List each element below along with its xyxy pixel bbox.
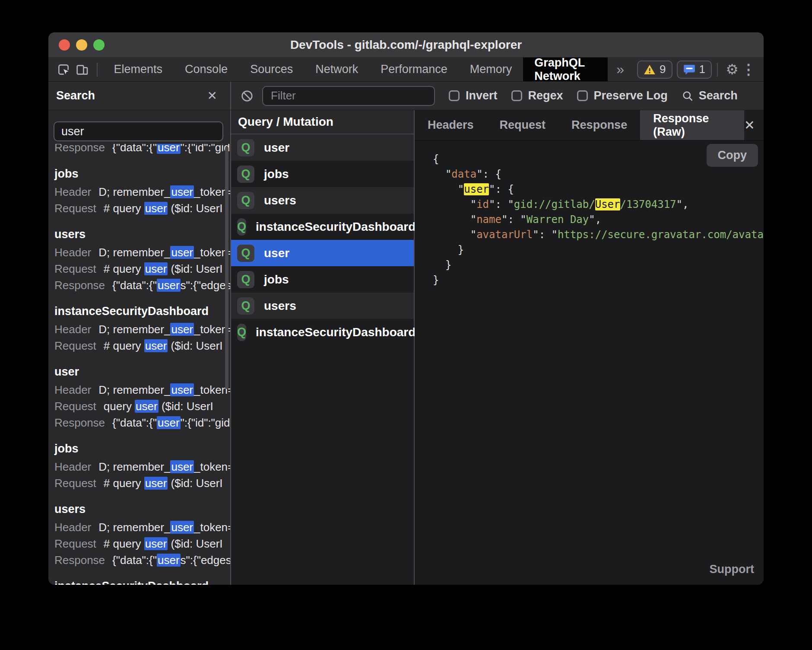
json-token: id <box>476 198 489 210</box>
search-result-line[interactable]: HeaderD; remember_user_token=e <box>54 321 230 338</box>
result-line-text: ":{"id":"gid <box>181 416 230 429</box>
response-tab-request[interactable]: Request <box>487 110 559 140</box>
minimize-window-button[interactable] <box>76 39 87 51</box>
tab-performance[interactable]: Performance <box>369 57 459 81</box>
json-token: } <box>433 259 451 271</box>
search-result-title[interactable]: instanceSecurityDashboard <box>54 579 230 585</box>
json-token: ": { <box>476 168 501 180</box>
query-list-item-users[interactable]: Qusers <box>231 293 414 319</box>
invert-checkbox[interactable]: Invert <box>449 89 498 102</box>
tab-elements[interactable]: Elements <box>103 57 174 81</box>
search-result-group: usersHeaderD; remember_user_token=eReque… <box>54 502 230 568</box>
query-list-item-instancesecuritydashboard[interactable]: QinstanceSecurityDashboard <box>231 213 414 240</box>
search-result-line[interactable]: Request# query user ($id: UserI <box>54 535 230 552</box>
search-result-line[interactable]: HeaderD; remember_user_token=e <box>54 519 230 535</box>
filter-toolbar: Search ✕ Invert Regex Preserve Log <box>48 82 764 110</box>
json-token: " <box>433 183 464 195</box>
result-line-label: Request <box>54 400 96 413</box>
search-match-highlight: user <box>170 521 194 534</box>
settings-gear-icon[interactable]: ⚙ <box>723 61 741 78</box>
support-link[interactable]: Support <box>710 563 754 576</box>
search-panel-header: Search ✕ <box>48 82 231 110</box>
result-line-label: Request <box>54 202 96 215</box>
left-panel-scrollbar-thumb[interactable] <box>225 147 228 389</box>
result-line-text: ($id: UserI <box>168 202 222 215</box>
search-result-line[interactable]: HeaderD; remember_user_token=e <box>54 459 230 475</box>
tab-sources[interactable]: Sources <box>239 57 304 81</box>
search-result-title[interactable]: instanceSecurityDashboard <box>54 304 230 319</box>
result-line-text: # query <box>104 537 144 550</box>
search-result-title[interactable]: jobs <box>54 441 230 456</box>
kebab-menu-icon[interactable]: ⋮ <box>741 61 756 78</box>
devtools-tabbar: ElementsConsoleSourcesNetworkPerformance… <box>48 57 764 82</box>
search-result-line[interactable]: Request# query user ($id: UserI <box>54 261 230 277</box>
regex-checkbox[interactable]: Regex <box>511 89 563 102</box>
search-result-line[interactable]: Response{"data":{"user":{"id":"gid <box>54 414 230 431</box>
preserve-log-checkbox[interactable]: Preserve Log <box>577 89 668 102</box>
query-name: jobs <box>264 273 289 287</box>
response-tab-response-raw[interactable]: Response (Raw) <box>640 110 744 140</box>
device-toolbar-icon[interactable] <box>73 57 92 81</box>
inspect-element-icon[interactable] <box>54 57 73 81</box>
query-list-item-user[interactable]: Quser <box>231 134 414 161</box>
window-title: DevTools - gitlab.com/-/graphql-explorer <box>48 32 764 57</box>
copy-button[interactable]: Copy <box>707 144 758 167</box>
search-results-panel: Response{"data":{"user":{"id":"gid jobsH… <box>48 110 231 585</box>
content-area: Response{"data":{"user":{"id":"gid jobsH… <box>48 110 764 585</box>
search-result-line[interactable]: HeaderD; remember_user_token=e <box>54 184 230 200</box>
clear-log-icon[interactable] <box>237 89 257 102</box>
tab-memory[interactable]: Memory <box>459 57 523 81</box>
search-result-title[interactable]: users <box>54 227 230 242</box>
search-result-line[interactable]: Request# query user ($id: UserI <box>54 200 230 217</box>
json-token: " <box>433 213 476 226</box>
json-token: gid://gitlab/ <box>514 198 595 210</box>
checkbox-box <box>449 90 460 101</box>
tab-console[interactable]: Console <box>174 57 239 81</box>
search-match-highlight: user <box>157 144 181 154</box>
search-match-highlight: User <box>595 198 620 210</box>
search-result-title[interactable]: users <box>54 502 230 516</box>
search-result-title[interactable]: user <box>54 364 230 379</box>
tab-network[interactable]: Network <box>304 57 369 81</box>
query-list-item-users[interactable]: Qusers <box>231 187 414 213</box>
query-list-item-jobs[interactable]: Qjobs <box>231 266 414 293</box>
search-match-highlight: user <box>144 339 168 352</box>
search-result-line[interactable]: Response{"data":{"user":{"id":"gid <box>54 144 230 156</box>
response-tab-headers[interactable]: Headers <box>415 110 487 140</box>
close-search-panel-icon[interactable]: ✕ <box>207 89 217 103</box>
query-list-item-instancesecuritydashboard[interactable]: QinstanceSecurityDashboard <box>231 319 414 345</box>
response-tab-response[interactable]: Response <box>558 110 640 140</box>
search-result-title[interactable]: jobs <box>54 166 230 181</box>
issues-badge[interactable]: 1 <box>677 61 712 79</box>
search-result-line[interactable]: HeaderD; remember_user_token=e <box>54 382 230 398</box>
query-list-item-jobs[interactable]: Qjobs <box>231 161 414 187</box>
result-line-text: D; remember_ <box>98 323 170 336</box>
maximize-window-button[interactable] <box>93 39 105 51</box>
search-result-line[interactable]: Request# query user ($id: UserI <box>54 475 230 491</box>
more-tabs-chevron[interactable]: » <box>616 61 624 77</box>
warnings-badge[interactable]: 9 <box>637 61 672 79</box>
close-window-button[interactable] <box>59 39 70 51</box>
query-list-item-user[interactable]: Quser <box>231 240 414 266</box>
query-name: instanceSecurityDashboard <box>256 220 416 234</box>
query-type-icon: Q <box>237 166 254 183</box>
query-name: jobs <box>264 167 289 181</box>
search-input[interactable] <box>54 121 223 141</box>
result-line-label: Request <box>54 262 96 275</box>
divider <box>97 63 98 76</box>
search-result-line[interactable]: HeaderD; remember_user_token=e <box>54 244 230 261</box>
filter-input[interactable] <box>262 86 435 106</box>
search-match-highlight: user <box>144 477 168 490</box>
search-result-line[interactable]: Response{"data":{"users":{"edges <box>54 552 230 568</box>
search-button[interactable]: Search <box>682 89 738 102</box>
result-line-text: _token=e <box>194 521 230 534</box>
query-type-icon: Q <box>237 139 254 156</box>
query-name: user <box>264 141 289 155</box>
search-icon <box>682 90 694 102</box>
tab-graphql-network[interactable]: GraphQL Network <box>523 57 608 81</box>
search-result-line[interactable]: Request# query user ($id: UserI <box>54 338 230 354</box>
json-token: } <box>433 274 439 286</box>
search-result-line[interactable]: Response{"data":{"users":{"edges <box>54 277 230 293</box>
close-detail-icon[interactable]: ✕ <box>744 118 755 133</box>
search-result-line[interactable]: Requestquery user ($id: UserI <box>54 398 230 414</box>
